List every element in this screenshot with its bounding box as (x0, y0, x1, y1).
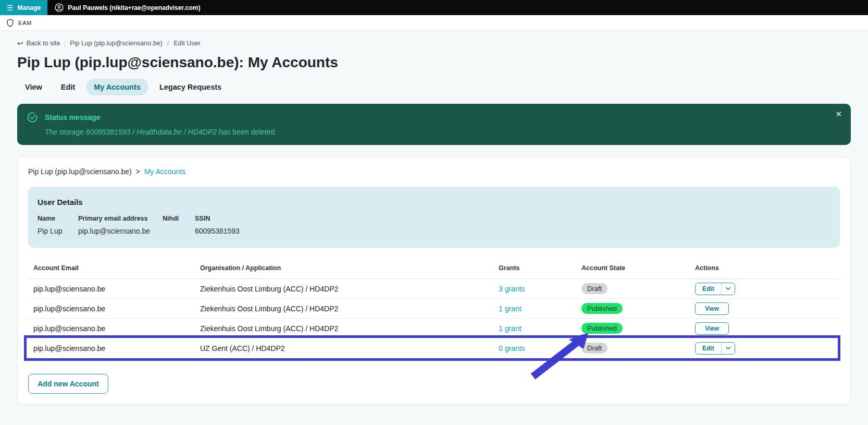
user-details-name: Name Pip Lup (38, 215, 78, 235)
back-to-site-link[interactable]: ↩ Back to site (17, 39, 60, 47)
user-details-panel: User Details Name Pip Lup Primary email … (28, 187, 840, 248)
breadcrumb-current: Edit User (173, 40, 200, 47)
tab-edit[interactable]: Edit (53, 79, 83, 95)
secondary-toolbar: EAM (0, 15, 868, 31)
table-row-highlighted: pip.lup@sciensano.be UZ Gent (ACC) / HD4… (28, 338, 840, 358)
card-breadcrumb-user: Pip Lup (pip.lup@sciensano.be) (28, 167, 132, 176)
check-circle-icon (27, 112, 38, 123)
cell-organisation: Ziekenhuis Oost Limburg (ACC) / HD4DP2 (200, 324, 499, 333)
status-badge: Published (581, 303, 623, 314)
header-account-state: Account State (581, 264, 695, 272)
toolbar-user-menu[interactable]: Paul Pauwels (nikita+rae@openadviser.com… (47, 0, 207, 15)
back-arrow-icon: ↩ (17, 39, 23, 47)
eam-label[interactable]: EAM (18, 20, 32, 26)
page: ☰ Manage Paul Pauwels (nikita+rae@openad… (0, 0, 868, 425)
edit-split-button[interactable]: Edit (695, 342, 735, 355)
add-new-account-button[interactable]: Add new Account (28, 374, 108, 394)
status-message-banner: Status message The storage 60095381593 /… (17, 104, 851, 145)
header-organisation: Organisation / Application (200, 264, 499, 272)
tab-bar: View Edit My Accounts Legacy Requests (17, 79, 851, 95)
storage-name: 60095381593 / Healthdata.be / HD4DP2 (86, 128, 217, 136)
card-breadcrumb-separator: > (136, 167, 140, 176)
page-title: Pip Lup (pip.lup@sciensano.be): My Accou… (17, 54, 851, 71)
grants-link[interactable]: 3 grants (499, 285, 525, 293)
admin-toolbar: ☰ Manage Paul Pauwels (nikita+rae@openad… (0, 0, 868, 15)
header-account-email: Account Email (28, 264, 200, 272)
user-details-nihdi: Nihdi (163, 215, 195, 235)
cell-account-email: pip.lup@sciensano.be (28, 285, 200, 293)
breadcrumb-divider (65, 40, 65, 47)
table-row: pip.lup@sciensano.be Ziekenhuis Oost Lim… (28, 319, 840, 338)
table-header-row: Account Email Organisation / Application… (28, 261, 840, 279)
card-breadcrumb: Pip Lup (pip.lup@sciensano.be) > My Acco… (28, 167, 840, 176)
table-row: pip.lup@sciensano.be Ziekenhuis Oost Lim… (28, 279, 840, 299)
user-details-ssin: SSIN 60095381593 (195, 215, 240, 235)
shield-icon (6, 19, 14, 27)
cell-account-email: pip.lup@sciensano.be (28, 324, 200, 333)
user-avatar-icon (55, 3, 64, 12)
status-message-text: The storage 60095381593 / Healthdata.be … (45, 128, 840, 136)
hamburger-icon: ☰ (7, 4, 14, 11)
cell-account-email: pip.lup@sciensano.be (28, 305, 200, 313)
grants-link[interactable]: 0 grants (499, 344, 525, 353)
grants-link[interactable]: 1 grant (499, 324, 522, 333)
chevron-down-icon[interactable] (721, 343, 735, 354)
cell-organisation: UZ Gent (ACC) / HD4DP2 (200, 344, 499, 353)
cell-organisation: Ziekenhuis Oost Limburg (ACC) / HD4DP2 (200, 305, 499, 313)
status-badge: Published (581, 323, 623, 334)
tab-my-accounts[interactable]: My Accounts (86, 79, 148, 95)
status-badge: Draft (581, 343, 607, 354)
card-breadcrumb-my-accounts-link[interactable]: My Accounts (144, 167, 185, 176)
edit-split-button[interactable]: Edit (695, 283, 735, 295)
cell-organisation: Ziekenhuis Oost Limburg (ACC) / HD4DP2 (200, 285, 499, 293)
toolbar-user-label: Paul Pauwels (nikita+rae@openadviser.com… (68, 4, 200, 11)
manage-button[interactable]: ☰ Manage (0, 0, 47, 15)
user-details-email: Primary email address pip.lup@sciensano.… (78, 215, 163, 235)
close-icon[interactable]: ✕ (835, 110, 842, 118)
view-button[interactable]: View (695, 322, 729, 335)
manage-label: Manage (18, 4, 41, 11)
header-actions: Actions (695, 264, 840, 272)
tab-legacy-requests[interactable]: Legacy Requests (152, 79, 229, 95)
accounts-table: Account Email Organisation / Application… (28, 261, 840, 358)
grants-link[interactable]: 1 grant (499, 305, 522, 313)
user-details-title: User Details (38, 198, 830, 207)
view-button[interactable]: View (695, 302, 729, 315)
chevron-down-icon[interactable] (721, 283, 735, 295)
tab-view[interactable]: View (17, 79, 50, 95)
accounts-card: Pip Lup (pip.lup@sciensano.be) > My Acco… (17, 156, 851, 405)
status-message-title: Status message (45, 113, 101, 122)
breadcrumb: ↩ Back to site Pip Lup (pip.lup@sciensan… (17, 39, 851, 47)
table-row: pip.lup@sciensano.be Ziekenhuis Oost Lim… (28, 299, 840, 319)
header-grants: Grants (499, 264, 581, 272)
breadcrumb-user-link[interactable]: Pip Lup (pip.lup@sciensano.be) (70, 40, 162, 47)
status-badge: Draft (581, 283, 607, 294)
breadcrumb-separator: / (167, 40, 169, 47)
cell-account-email: pip.lup@sciensano.be (28, 344, 200, 353)
